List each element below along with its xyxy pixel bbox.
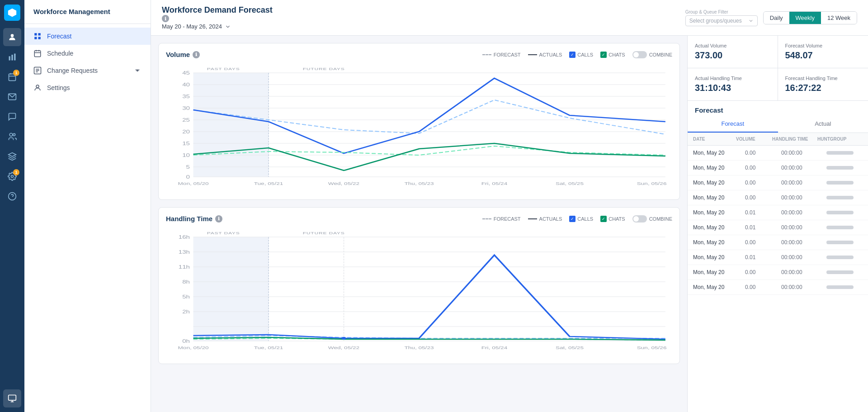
stats-grid: Actual Volume 373.00 Forecast Volume 548… <box>688 36 868 101</box>
rail-icon-envelope[interactable] <box>3 88 21 106</box>
chats-checkbox: ✓ <box>600 52 607 58</box>
forecast-handling-card: Forecast Handling Time 16:27:22 <box>778 68 868 100</box>
ht-calls-checkbox: ✓ <box>569 216 576 222</box>
date-range-selector[interactable]: May 20 - May 26, 2024 <box>162 23 273 30</box>
app-logo <box>4 5 20 21</box>
svg-text:Tue, 05/21: Tue, 05/21 <box>254 181 283 185</box>
tab-forecast[interactable]: Forecast <box>688 116 778 133</box>
rail-icon-screen[interactable] <box>3 389 21 407</box>
sidebar-item-settings[interactable]: Settings <box>24 79 151 96</box>
page-title: Workforce Demand Forecast ℹ <box>162 5 273 22</box>
huntgroup-bar <box>826 226 854 229</box>
actual-handling-card: Actual Handling Time 31:10:43 <box>688 68 778 100</box>
sidebar-item-schedule[interactable]: Schedule <box>24 45 151 62</box>
sidebar-nav: Forecast Schedule Change Requests Settin… <box>24 24 151 100</box>
cell-volume: 0.00 <box>745 269 781 275</box>
legend-ht-forecast: FORECAST <box>482 216 521 222</box>
forecast-line-style <box>482 54 491 55</box>
rail-icon-users[interactable] <box>3 128 21 146</box>
filter-chevron-icon <box>748 18 754 24</box>
legend-ht-calls[interactable]: ✓ CALLS <box>569 216 593 222</box>
ht-chats-checkbox: ✓ <box>600 216 607 222</box>
forecast-data-table: DATE VOLUME HANDLING TIME HUNTGROUP Mon,… <box>688 133 868 412</box>
svg-text:Sat, 05/25: Sat, 05/25 <box>556 346 584 350</box>
rail-icon-gear[interactable]: 1 <box>3 167 21 185</box>
svg-text:Thu, 05/23: Thu, 05/23 <box>404 181 434 185</box>
sidebar-item-change-requests-label: Change Requests <box>47 67 98 74</box>
forecast-panel-header: Forecast <box>688 101 868 116</box>
volume-info-icon[interactable]: ℹ <box>193 51 200 58</box>
rail-icon-help[interactable] <box>3 187 21 205</box>
svg-text:40: 40 <box>182 82 190 88</box>
volume-chart-svg: 45 40 35 30 25 20 15 10 5 0 PAST DAYS <box>166 64 672 190</box>
svg-rect-62 <box>193 237 269 341</box>
rail-icon-chat[interactable] <box>3 108 21 126</box>
svg-text:0h: 0h <box>182 339 190 344</box>
svg-text:Wed, 05/22: Wed, 05/22 <box>328 181 359 185</box>
sidebar-item-change-requests[interactable]: Change Requests <box>24 62 151 79</box>
filter-section: Group & Queue Filter Select groups/queue… <box>685 9 758 26</box>
forecast-volume-label: Forecast Volume <box>785 43 861 48</box>
main-content: Workforce Demand Forecast ℹ May 20 - May… <box>151 0 868 412</box>
page-title-info-icon[interactable]: ℹ <box>162 15 169 22</box>
rail-icon-calendar[interactable]: 1 <box>3 68 21 86</box>
table-body: Mon, May 20 0.00 00:00:00 Mon, May 20 0.… <box>688 146 868 295</box>
cell-date: Mon, May 20 <box>693 165 745 171</box>
handling-time-chart-legend: FORECAST ACTUALS ✓ CALLS ✓ CHATS <box>482 215 672 223</box>
change-requests-icon <box>33 66 42 75</box>
svg-text:5h: 5h <box>182 294 190 300</box>
cell-date: Mon, May 20 <box>693 194 745 201</box>
cell-volume: 0.00 <box>745 150 781 156</box>
col-handling: HANDLING TIME <box>772 137 817 142</box>
table-row: Mon, May 20 0.00 00:00:00 <box>688 190 868 205</box>
forecast-volume-card: Forecast Volume 548.07 <box>778 36 868 68</box>
header-controls: Group & Queue Filter Select groups/queue… <box>685 9 857 26</box>
svg-text:Fri, 05/24: Fri, 05/24 <box>481 346 508 350</box>
cell-volume: 0.00 <box>745 194 781 201</box>
huntgroup-bar <box>826 241 854 244</box>
rail-icon-barchart[interactable] <box>3 48 21 66</box>
weekly-view-btn[interactable]: Weekly <box>789 12 821 24</box>
svg-rect-20 <box>34 37 37 39</box>
12week-view-btn[interactable]: 12 Week <box>821 12 857 24</box>
legend-chats[interactable]: ✓ CHATS <box>600 52 625 58</box>
cell-volume: 0.00 <box>745 284 781 290</box>
table-row: Mon, May 20 0.00 00:00:00 <box>688 146 868 161</box>
sidebar-item-forecast-label: Forecast <box>47 33 71 40</box>
rail-icon-user[interactable] <box>3 28 21 46</box>
cell-date: Mon, May 20 <box>693 254 745 260</box>
col-scroll <box>854 137 863 142</box>
legend-ht-chats[interactable]: ✓ CHATS <box>600 216 625 222</box>
daily-view-btn[interactable]: Daily <box>764 12 789 24</box>
cell-date: Mon, May 20 <box>693 284 745 290</box>
ht-forecast-line-style <box>482 218 491 219</box>
svg-text:0: 0 <box>186 175 190 180</box>
huntgroup-bar <box>826 151 854 155</box>
svg-point-10 <box>13 133 15 136</box>
table-row: Mon, May 20 0.01 00:00:00 <box>688 250 868 265</box>
panel-tabs: Forecast Actual <box>688 116 868 133</box>
svg-point-30 <box>36 85 39 88</box>
svg-text:35: 35 <box>182 94 190 99</box>
table-row: Mon, May 20 0.00 00:00:00 <box>688 161 868 175</box>
tab-actual[interactable]: Actual <box>778 116 868 133</box>
ht-combine-toggle[interactable] <box>632 215 647 223</box>
legend-calls[interactable]: ✓ CALLS <box>569 52 593 58</box>
actual-handling-value: 31:10:43 <box>695 83 770 93</box>
cell-date: Mon, May 20 <box>693 269 745 275</box>
svg-text:Sun, 05/26: Sun, 05/26 <box>637 181 667 185</box>
handling-info-icon[interactable]: ℹ <box>215 215 222 223</box>
view-toggle: Daily Weekly 12 Week <box>763 11 857 24</box>
svg-rect-22 <box>34 51 41 57</box>
rail-icon-layers[interactable] <box>3 147 21 166</box>
actuals-line-style <box>528 54 537 55</box>
table-row: Mon, May 20 0.00 00:00:00 <box>688 175 868 190</box>
filter-select[interactable]: Select groups/queues <box>685 15 758 26</box>
huntgroup-bar <box>826 270 854 274</box>
sidebar-item-forecast[interactable]: Forecast <box>24 28 151 45</box>
handling-time-chart-header: Handling Time ℹ FORECAST ACTUALS <box>166 215 672 223</box>
huntgroup-bar <box>826 166 854 170</box>
svg-text:2h: 2h <box>182 309 190 315</box>
handling-time-chart-title: Handling Time ℹ <box>166 215 222 223</box>
combine-toggle[interactable] <box>632 51 647 58</box>
